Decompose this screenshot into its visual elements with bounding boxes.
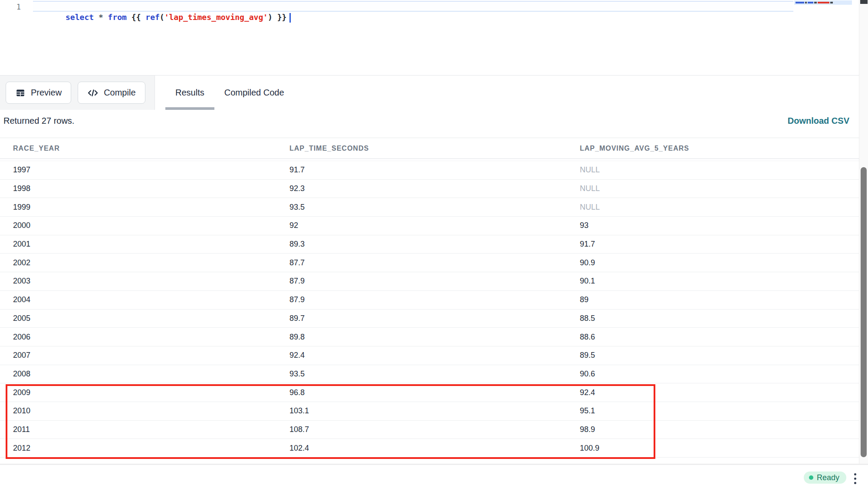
scrollbar-track[interactable] [859,0,868,464]
cell-lap-time-seconds: 89.8 [289,333,580,342]
cell-lap-moving-avg-5-years: 95.1 [580,406,859,415]
code-line[interactable]: select * from {{ ref('lap_times_moving_a… [37,2,291,33]
cell-lap-time-seconds: 92 [289,221,580,230]
cell-lap-time-seconds: 102.4 [289,444,580,453]
minimap-code-line [796,2,833,3]
cell-race-year: 2001 [0,240,289,249]
cell-lap-moving-avg-5-years: 93 [580,221,859,230]
minimap[interactable] [794,0,852,5]
cell-lap-time-seconds: 103.1 [289,406,580,415]
table-row: 200893.590.6 [0,365,859,384]
editor-scrollbar-thumb[interactable] [860,0,868,4]
line-number: 1 [12,2,21,12]
table-row: 20009293 [0,217,859,235]
table-row: 200387.990.1 [0,272,859,291]
cell-race-year: 2007 [0,351,289,360]
cell-lap-moving-avg-5-years: 90.6 [580,369,859,379]
table-row: 200189.391.7 [0,235,859,254]
toolbar-button-group: Preview Compile [0,76,155,110]
table-row: 2011108.798.9 [0,421,859,439]
cell-lap-time-seconds: 96.8 [289,388,580,397]
column-header-lap-time-seconds: LAP_TIME_SECONDS [289,145,580,152]
cell-lap-moving-avg-5-years: 89 [580,295,859,304]
tab-results-label: Results [175,88,204,98]
cell-lap-time-seconds: 87.9 [289,295,580,304]
cell-lap-moving-avg-5-years: 100.9 [580,444,859,453]
preview-toolbar: Preview Compile Results Compiled Code [0,75,868,110]
cell-lap-moving-avg-5-years: 90.9 [580,258,859,267]
table-row: 200589.788.5 [0,310,859,328]
column-header-lap-moving-avg-5-years: LAP_MOVING_AVG_5_YEARS [580,145,859,152]
download-csv-link[interactable]: Download CSV [788,116,849,126]
preview-button[interactable]: Preview [6,82,71,104]
results-table-body[interactable]: 199791.7NULL199892.3NULL199993.5NULL2000… [0,161,859,458]
compile-button[interactable]: Compile [78,82,145,104]
table-grid-icon [15,88,26,98]
cell-lap-moving-avg-5-years: NULL [580,165,859,175]
results-scrollbar-thumb[interactable] [861,167,867,457]
status-badge[interactable]: Ready [804,472,846,484]
table-row: 199993.5NULL [0,198,859,217]
dbt-ide-panel: 1 select * from {{ ref('lap_times_moving… [0,0,868,488]
cell-race-year: 2012 [0,444,289,453]
cell-race-year: 2005 [0,314,289,323]
preview-button-label: Preview [31,88,62,98]
code-brackets-icon [87,88,99,98]
cell-race-year: 1998 [0,184,289,193]
cell-lap-time-seconds: 93.5 [289,369,580,379]
cell-lap-moving-avg-5-years: 90.1 [580,277,859,286]
cell-lap-moving-avg-5-years: 91.7 [580,240,859,249]
cell-lap-moving-avg-5-years: NULL [580,184,859,193]
cell-race-year: 2008 [0,369,289,379]
code-tokens: select * from {{ ref('lap_times_moving_a… [66,13,286,22]
table-row: 199791.7NULL [0,161,859,180]
cell-lap-time-seconds: 89.7 [289,314,580,323]
cell-lap-time-seconds: 93.5 [289,203,580,212]
cell-lap-moving-avg-5-years: 88.5 [580,314,859,323]
table-header-row: RACE_YEAR LAP_TIME_SECONDS LAP_MOVING_AV… [0,138,859,159]
cell-lap-time-seconds: 87.7 [289,258,580,267]
code-editor[interactable]: 1 select * from {{ ref('lap_times_moving… [0,0,868,75]
cell-lap-moving-avg-5-years: 92.4 [580,388,859,397]
cell-race-year: 2003 [0,277,289,286]
tab-compiled-code[interactable]: Compiled Code [214,76,294,110]
cell-lap-moving-avg-5-years: 89.5 [580,351,859,360]
cell-race-year: 2010 [0,406,289,415]
table-row: 200689.888.6 [0,328,859,346]
cell-race-year: 2004 [0,295,289,304]
cell-race-year: 2006 [0,333,289,342]
cell-race-year: 2009 [0,388,289,397]
compile-button-label: Compile [104,88,135,98]
column-header-race-year: RACE_YEAR [0,145,289,152]
table-row: 2010103.195.1 [0,402,859,421]
result-tabs: Results Compiled Code [165,76,294,110]
cell-race-year: 1997 [0,165,289,175]
cell-lap-time-seconds: 87.9 [289,277,580,286]
cell-lap-moving-avg-5-years: NULL [580,203,859,212]
cell-race-year: 2000 [0,221,289,230]
status-bar: Ready [0,465,868,488]
status-badge-label: Ready [817,473,839,482]
row-count-summary: Returned 27 rows. [3,116,74,126]
status-dot-icon [809,475,813,480]
tab-results[interactable]: Results [165,76,214,110]
table-row: 200287.790.9 [0,254,859,272]
kebab-menu-icon[interactable] [852,473,858,484]
cell-lap-time-seconds: 92.4 [289,351,580,360]
table-row: 2012102.4100.9 [0,439,859,458]
cell-lap-moving-avg-5-years: 88.6 [580,333,859,342]
tab-compiled-code-label: Compiled Code [224,88,284,98]
cell-race-year: 2002 [0,258,289,267]
cell-race-year: 2011 [0,425,289,434]
results-summary-bar: Returned 27 rows. Download CSV [0,109,859,132]
cell-race-year: 1999 [0,203,289,212]
table-row: 200996.892.4 [0,383,859,402]
text-cursor [289,13,291,23]
table-row: 200792.489.5 [0,346,859,365]
cell-lap-time-seconds: 108.7 [289,425,580,434]
table-row: 200487.989 [0,291,859,310]
table-row: 199892.3NULL [0,180,859,198]
cell-lap-moving-avg-5-years: 98.9 [580,425,859,434]
cell-lap-time-seconds: 89.3 [289,240,580,249]
cell-lap-time-seconds: 92.3 [289,184,580,193]
